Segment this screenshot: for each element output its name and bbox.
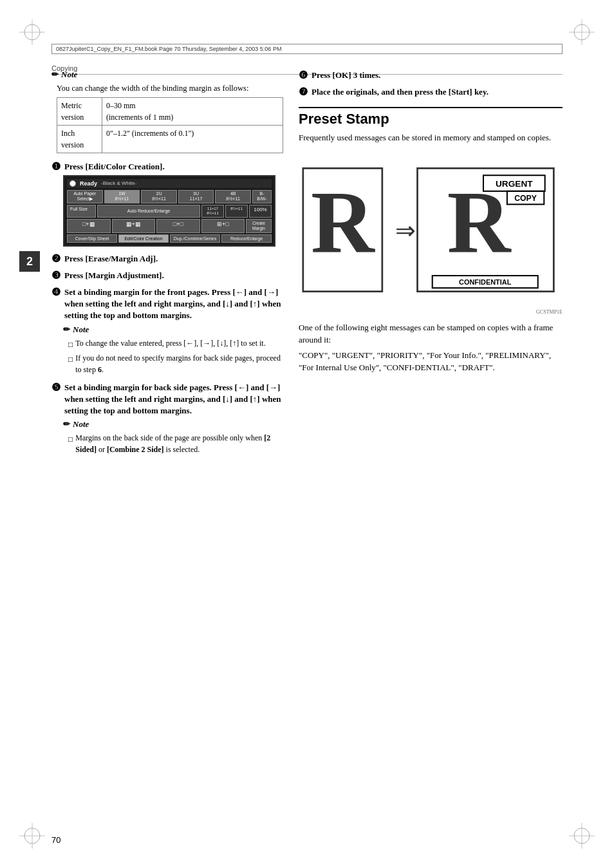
ui-percent-display: 100%: [249, 205, 272, 218]
step-2: ❷ Press [Erase/Margin Adj].: [51, 253, 283, 265]
ui-reduce-enlarge-btn[interactable]: Reduce/Enlarge: [221, 234, 272, 243]
svg-text:R: R: [311, 173, 375, 271]
page: 0827JupiterC1_Copy_EN_F1_FM.book Page 70…: [0, 0, 614, 868]
table-row: Inchversion 0"–1.2" (increments of 0.1"): [57, 125, 283, 153]
svg-text:⇒: ⇒: [395, 216, 416, 244]
step-4: ❹ Set a binding margin for the front pag…: [51, 287, 283, 375]
step-1-header: ❶ Press [Edit/Color Creation].: [51, 161, 283, 173]
ui-reduce-btn[interactable]: Auto Reduce/Enlarge: [97, 205, 200, 218]
messages-intro-text: One of the following eight messages can …: [299, 321, 563, 346]
step-5-header: ❺ Set a binding margin for back side pag…: [51, 382, 283, 417]
step-7-number: ❼: [299, 86, 309, 98]
ui-paper-4b-btn[interactable]: 4B8½×11: [215, 190, 251, 203]
note-body-1: You can change the width of the binding …: [57, 82, 283, 153]
ui-bottom-row: Cover/Slip Sheet Edit/Color Creation Dup…: [67, 234, 272, 243]
note-title-1: ✏ Note: [51, 70, 283, 80]
note-section-1: ✏ Note You can change the width of the b…: [51, 70, 283, 153]
step-4-text: Set a binding margin for the front pages…: [64, 287, 283, 322]
note-pencil-icon-5: ✏: [63, 419, 70, 429]
ui-size2-display: 8½×11: [225, 205, 248, 218]
preset-stamp-desc: Frequently used messages can be stored i…: [299, 131, 563, 144]
corner-mark-bl: [19, 823, 45, 849]
svg-point-9: [574, 828, 590, 844]
ui-cover-slip-btn[interactable]: Cover/Slip Sheet: [67, 234, 117, 243]
file-info-text: 0827JupiterC1_Copy_EN_F1_FM.book Page 70…: [56, 46, 281, 52]
note-step5: ✏ Note □ Margins on the back side of the…: [63, 419, 283, 455]
checkbox-icon-2: □: [68, 354, 73, 365]
content-area: ✏ Note You can change the width of the b…: [51, 70, 563, 816]
ui-paper-2u-btn[interactable]: 2U8½×11: [141, 190, 177, 203]
step-4-header: ❹ Set a binding margin for the front pag…: [51, 287, 283, 322]
svg-point-3: [574, 24, 590, 40]
preset-stamp-section: Preset Stamp Frequently used messages ca…: [299, 111, 563, 374]
step-1-text: Press [Edit/Color Creation].: [64, 161, 165, 173]
ui-ready-text: Ready: [80, 180, 97, 187]
stamp-illustration: R ⇒ R URGENT COPY: [299, 151, 563, 315]
step-7-header: ❼ Place the originals, and then press th…: [299, 86, 563, 98]
ui-size-display: 11×178½×11: [201, 205, 224, 218]
table-cell-inch-value: 0"–1.2" (increments of 0.1"): [102, 125, 283, 153]
file-info-bar: 0827JupiterC1_Copy_EN_F1_FM.book Page 70…: [51, 44, 563, 54]
note-item-1-text: To change the value entered, press [←], …: [75, 337, 265, 349]
messages-list-text: "COPY", "URGENT", "PRIORITY", "For Your …: [299, 349, 563, 374]
svg-text:CONFIDENTIAL: CONFIDENTIAL: [459, 278, 512, 286]
svg-point-6: [24, 828, 40, 844]
list-item: □ Margins on the back side of the page a…: [68, 432, 283, 455]
note-step4: ✏ Note □ To change the value entered, pr…: [63, 325, 283, 375]
ui-paper-row: Auto PaperSelect▶ 1W8½×11 2U8½×11 3U11×1…: [67, 190, 272, 203]
page-number: 70: [51, 835, 60, 845]
step-2-text: Press [Erase/Margin Adj].: [64, 253, 158, 265]
step-5: ❺ Set a binding margin for back side pag…: [51, 382, 283, 456]
ui-icon-2[interactable]: ▦+▦: [112, 219, 156, 233]
ui-icon-1[interactable]: □+▦: [67, 219, 111, 233]
ui-ready-indicator: [70, 180, 76, 187]
step-6-number: ❻: [299, 70, 309, 81]
corner-mark-tr: [569, 19, 595, 45]
corner-mark-tl: [19, 19, 45, 45]
step-3: ❸ Press [Margin Adjustment].: [51, 270, 283, 281]
corner-mark-br: [569, 823, 595, 849]
ui-icon-3[interactable]: □+□: [156, 219, 200, 233]
ui-edit-color-btn[interactable]: Edit/Color Creation: [118, 234, 169, 243]
chapter-tab: 2: [19, 251, 40, 272]
left-column: ✏ Note You can change the width of the b…: [51, 70, 283, 462]
step-1: ❶ Press [Edit/Color Creation]. Ready -Bl…: [51, 161, 283, 247]
note-step5-item-text: Margins on the back side of the page are…: [75, 432, 283, 455]
list-item: □ To change the value entered, press [←]…: [68, 337, 283, 350]
step-6: ❻ Press [OK] 3 times.: [299, 70, 563, 81]
ui-status-bar: Ready -Black & White-: [67, 179, 272, 188]
checkbox-icon-3: □: [68, 433, 73, 445]
step-5-number: ❺: [51, 382, 62, 393]
ui-paper-3u-btn[interactable]: 3U11×17: [178, 190, 214, 203]
step-2-header: ❷ Press [Erase/Margin Adj].: [51, 253, 283, 265]
ui-dup-combine-btn[interactable]: Dup./Combine/Series: [170, 234, 220, 243]
ui-full-size-btn[interactable]: Full Size: [67, 205, 96, 218]
note-pencil-icon: ✏: [51, 70, 59, 80]
margin-table: Metricversion 0–30 mm(increments of 1 mm…: [57, 97, 283, 153]
checkbox-icon-1: □: [68, 339, 73, 350]
note-step5-list: □ Margins on the back side of the page a…: [68, 432, 283, 455]
step-3-number: ❸: [51, 270, 62, 281]
ui-icon-4[interactable]: ⊞+□: [201, 219, 245, 233]
ui-bw-btn[interactable]: B-B/W-: [252, 190, 272, 203]
chapter-number: 2: [26, 255, 33, 269]
preset-stamp-title: Preset Stamp: [299, 111, 563, 127]
step-2-number: ❷: [51, 253, 62, 265]
list-item: □ If you do not need to specify margins …: [68, 352, 283, 375]
table-row: Metricversion 0–30 mm(increments of 1 mm…: [57, 97, 283, 125]
note-intro-text: You can change the width of the binding …: [57, 82, 283, 95]
step-3-header: ❸ Press [Margin Adjustment].: [51, 270, 283, 281]
machine-ui-screenshot: Ready -Black & White- Auto PaperSelect▶ …: [63, 175, 275, 247]
ui-create-margin-btn[interactable]: CreateMargin: [246, 219, 272, 233]
note-step4-list: □ To change the value entered, press [←]…: [68, 337, 283, 375]
ui-auto-paper-btn[interactable]: Auto PaperSelect▶: [67, 190, 103, 203]
svg-point-0: [24, 24, 40, 40]
ui-bw-text: -Black & White-: [101, 180, 136, 186]
step-7: ❼ Place the originals, and then press th…: [299, 86, 563, 98]
ui-icon-row: □+▦ ▦+▦ □+□ ⊞+□ CreateMargin: [67, 219, 272, 233]
ui-size-row: Full Size Auto Reduce/Enlarge 11×178½×11…: [67, 205, 272, 218]
ui-paper-1w-btn[interactable]: 1W8½×11: [104, 190, 140, 203]
step-6-header: ❻ Press [OK] 3 times.: [299, 70, 563, 81]
step-1-number: ❶: [51, 161, 62, 173]
stamp-svg: R ⇒ R URGENT COPY: [299, 151, 563, 309]
